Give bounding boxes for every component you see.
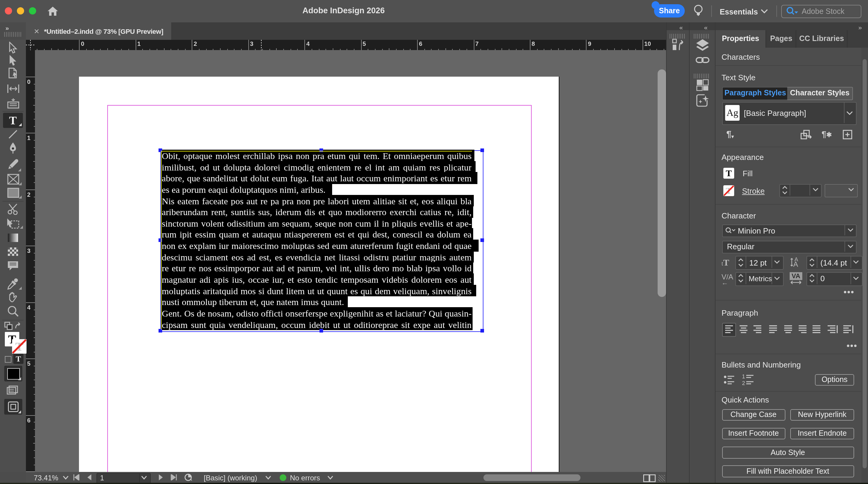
svg-text:A: A — [793, 260, 798, 268]
svg-text:1: 1 — [742, 374, 745, 379]
svg-text:2: 2 — [742, 380, 745, 386]
